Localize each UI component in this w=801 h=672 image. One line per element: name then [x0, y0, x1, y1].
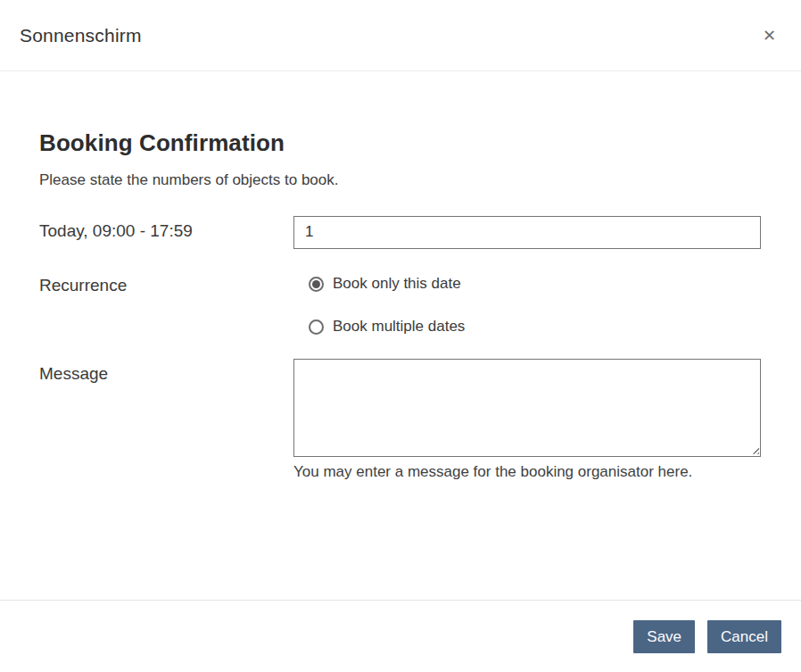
message-textarea[interactable]	[293, 359, 761, 457]
dialog-footer: Save Cancel	[0, 600, 801, 672]
dialog-header: Sonnenschirm ✕	[0, 0, 801, 71]
message-help-text: You may enter a message for the booking …	[293, 462, 761, 482]
booking-form: Today, 09:00 - 17:59 Recurrence Book onl…	[39, 216, 761, 482]
message-textarea-wrap	[293, 359, 761, 457]
cancel-button[interactable]: Cancel	[707, 620, 781, 653]
message-row: Message You may enter a message for the …	[39, 359, 761, 482]
page-subtitle: Please state the numbers of objects to b…	[39, 170, 761, 189]
booking-dialog: Sonnenschirm ✕ Booking Confirmation Plea…	[0, 0, 801, 672]
recurrence-options: Book only this date Book multiple dates	[293, 270, 761, 337]
radio-option-label[interactable]: Book multiple dates	[333, 317, 465, 337]
close-icon[interactable]: ✕	[759, 24, 780, 47]
message-label: Message	[39, 359, 293, 385]
date-quantity-row: Today, 09:00 - 17:59	[39, 216, 761, 249]
radio-option-label[interactable]: Book only this date	[333, 274, 461, 295]
radio-option-book-only-this-date[interactable]: Book only this date	[309, 274, 761, 295]
dialog-body: Booking Confirmation Please state the nu…	[0, 71, 801, 600]
recurrence-label: Recurrence	[39, 270, 293, 296]
save-button[interactable]: Save	[633, 620, 695, 653]
radio-option-book-multiple-dates[interactable]: Book multiple dates	[309, 317, 761, 337]
radio-icon[interactable]	[309, 277, 324, 292]
quantity-input[interactable]	[293, 216, 761, 249]
date-label: Today, 09:00 - 17:59	[39, 216, 293, 242]
radio-icon[interactable]	[309, 319, 324, 335]
recurrence-row: Recurrence Book only this date Book mult…	[39, 270, 761, 337]
page-title: Booking Confirmation	[39, 129, 761, 158]
dialog-title: Sonnenschirm	[20, 25, 142, 46]
